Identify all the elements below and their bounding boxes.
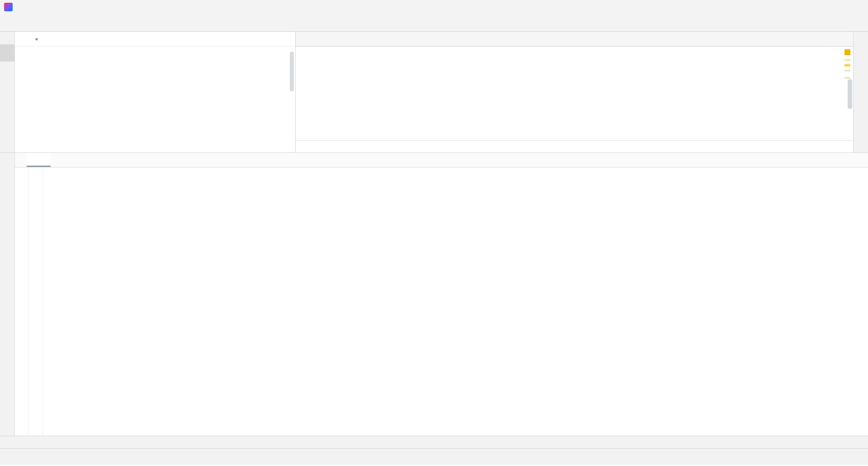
- tool-window-button-project[interactable]: [0, 44, 14, 62]
- event-log-button[interactable]: [850, 438, 864, 447]
- project-scrollbar[interactable]: [290, 52, 294, 91]
- tool-window-button-database[interactable]: [854, 36, 868, 53]
- left-tool-window-bar: [0, 32, 15, 152]
- status-bar: [0, 448, 868, 465]
- error-stripe-mark[interactable]: [844, 49, 850, 55]
- left-tool-window-bar-lower: [0, 153, 15, 436]
- tool-window-switcher-icon[interactable]: [4, 438, 12, 447]
- editor-scrollbar[interactable]: [848, 79, 852, 109]
- navigation-toolbar: [0, 14, 868, 32]
- project-folder-icon: [3, 50, 11, 58]
- intellij-logo-icon: [4, 3, 13, 11]
- intellij-idea-window: [0, 0, 868, 466]
- event-log-icon: [850, 438, 859, 447]
- title-bar: [0, 0, 868, 14]
- tool-window-button-ant[interactable]: [854, 53, 868, 71]
- editor-tab-bar: [296, 32, 853, 47]
- error-stripe-mark[interactable]: [844, 59, 850, 61]
- hide-panel-icon[interactable]: [853, 156, 861, 164]
- run-panel-header: [15, 153, 868, 167]
- run-panel-header-actions: [837, 156, 868, 164]
- project-panel: [15, 32, 296, 152]
- project-panel-actions: [242, 35, 291, 43]
- code-editor[interactable]: [296, 47, 853, 140]
- star-icon: [3, 420, 11, 428]
- project-view-icon: [20, 35, 28, 43]
- project-tree: [15, 47, 295, 152]
- gear-icon[interactable]: [269, 35, 277, 43]
- tool-window-button-structure[interactable]: [3, 385, 11, 402]
- background-tasks-icon[interactable]: [4, 453, 12, 461]
- error-stripe-mark[interactable]: [844, 77, 850, 79]
- chevron-down-icon[interactable]: [35, 38, 38, 41]
- editor-area: [296, 32, 853, 152]
- run-panel-toolbar: [15, 167, 43, 436]
- right-tool-window-bar: [853, 32, 868, 152]
- project-panel-header: [15, 32, 295, 47]
- run-tab-searchingtest[interactable]: [27, 153, 51, 167]
- collapse-all-icon[interactable]: [255, 35, 264, 43]
- ant-icon: [857, 57, 865, 65]
- locate-file-icon[interactable]: [242, 35, 250, 43]
- structure-icon: [3, 388, 11, 396]
- editor-breadcrumb: [296, 140, 853, 152]
- tool-window-button-favorites[interactable]: [3, 414, 11, 431]
- gear-icon[interactable]: [837, 156, 845, 164]
- error-stripe-mark[interactable]: [844, 70, 850, 71]
- run-tool-window: [0, 153, 868, 436]
- tool-window-bottom-bar: [0, 436, 868, 448]
- database-icon: [857, 39, 865, 48]
- run-console-output[interactable]: [43, 167, 868, 436]
- console-tab-icon: [31, 156, 39, 164]
- error-stripe-mark[interactable]: [844, 64, 850, 67]
- hide-panel-icon[interactable]: [283, 35, 291, 43]
